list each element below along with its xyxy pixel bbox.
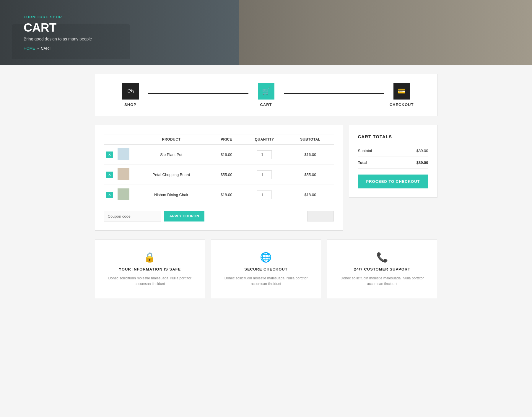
step-cart-label: CART [260, 102, 272, 107]
subtotal-label: Subtotal [358, 149, 372, 153]
feature-description: Donec sollicitudin molestie malesuada. N… [220, 276, 312, 287]
feature-title: 24/7 CUSTOMER SUPPORT [354, 267, 411, 271]
main-wrapper: 🛍 SHOP 🛒 CART 💳 CHECKOUT PRODUCT P [89, 65, 443, 308]
update-cart-button[interactable] [307, 211, 334, 221]
breadcrumb: HOME » CART [24, 46, 92, 51]
breadcrumb-home[interactable]: HOME [24, 46, 35, 51]
col-product: PRODUCT [132, 134, 211, 145]
col-quantity: QUANTITY [242, 134, 287, 145]
step-indicator: 🛍 SHOP 🛒 CART 💳 CHECKOUT [95, 74, 437, 116]
product-name: Sip Plant Pot [132, 145, 211, 165]
feature-title: YOUR INFORMATION IS SAFE [119, 267, 181, 271]
checkout-icon[interactable]: 💳 [393, 83, 410, 100]
hero-subtitle: Bring good design to as many people [24, 37, 92, 41]
features-row: 🔒 YOUR INFORMATION IS SAFE Donec sollici… [95, 240, 437, 299]
feature-description: Donec sollicitudin molestie malesuada. N… [336, 276, 428, 287]
step-line-1 [148, 93, 248, 94]
product-name: Petal Chopping Board [132, 165, 211, 185]
col-price: PRICE [211, 134, 242, 145]
total-value: $89.00 [417, 160, 428, 165]
hero-content: FURNITURE SHOP CART Bring good design to… [24, 15, 92, 51]
product-thumbnail [118, 168, 129, 180]
step-shop: 🛍 SHOP [113, 83, 148, 107]
step-shop-label: SHOP [124, 102, 136, 107]
quantity-input[interactable] [257, 170, 272, 179]
product-name: Nishan Dining Chair [132, 185, 211, 205]
product-subtotal: $16.00 [287, 145, 333, 165]
quantity-input[interactable] [257, 150, 272, 159]
feature-card: 🌐 SECURE CHECKOUT Donec sollicitudin mol… [211, 240, 321, 299]
feature-icon: 🌐 [260, 252, 272, 263]
cart-table-wrapper: PRODUCT PRICE QUANTITY SUBTOTAL ✕ Sip Pl… [95, 125, 343, 231]
table-row: ✕ Sip Plant Pot $16.00 $16.00 [104, 145, 334, 165]
table-row: ✕ Nishan Dining Chair $18.00 $18.00 [104, 185, 334, 205]
cart-totals: CART TOTALS Subtotal $89.00 Total $89.00… [349, 125, 437, 198]
feature-description: Donec sollicitudin molestie malesuada. N… [104, 276, 196, 287]
col-subtotal: SUBTOTAL [287, 134, 333, 145]
hero-shop-label: FURNITURE SHOP [24, 15, 92, 19]
step-checkout: 💳 CHECKOUT [384, 83, 419, 107]
cart-table: PRODUCT PRICE QUANTITY SUBTOTAL ✕ Sip Pl… [104, 134, 334, 205]
cart-icon[interactable]: 🛒 [258, 83, 274, 100]
product-thumbnail [118, 188, 129, 200]
product-subtotal: $55.00 [287, 165, 333, 185]
hero-section: FURNITURE SHOP CART Bring good design to… [0, 0, 532, 65]
cart-totals-title: CART TOTALS [358, 134, 428, 139]
total-row: Total $89.00 [358, 157, 428, 169]
feature-card: 🔒 YOUR INFORMATION IS SAFE Donec sollici… [95, 240, 205, 299]
product-subtotal: $18.00 [287, 185, 333, 205]
feature-icon: 📞 [376, 252, 388, 263]
col-remove [104, 134, 115, 145]
cart-row: PRODUCT PRICE QUANTITY SUBTOTAL ✕ Sip Pl… [95, 125, 437, 231]
feature-card: 📞 24/7 CUSTOMER SUPPORT Donec sollicitud… [327, 240, 437, 299]
feature-title: SECURE CHECKOUT [244, 267, 287, 271]
apply-coupon-button[interactable]: APPLY COUPON [164, 211, 205, 221]
hero-title: CART [24, 21, 92, 34]
total-label: Total [358, 160, 367, 165]
product-price: $16.00 [211, 145, 242, 165]
subtotal-row: Subtotal $89.00 [358, 145, 428, 157]
remove-item-button[interactable]: ✕ [106, 172, 113, 178]
product-price: $55.00 [211, 165, 242, 185]
subtotal-value: $89.00 [417, 149, 428, 153]
table-row: ✕ Petal Chopping Board $55.00 $55.00 [104, 165, 334, 185]
breadcrumb-current: CART [41, 46, 51, 51]
coupon-input[interactable] [104, 211, 161, 221]
product-thumbnail [118, 148, 129, 160]
remove-item-button[interactable]: ✕ [106, 152, 113, 158]
product-price: $18.00 [211, 185, 242, 205]
proceed-to-checkout-button[interactable]: PROCEED TO CHECKOUT [358, 175, 428, 188]
step-line-2 [284, 93, 384, 94]
col-image [115, 134, 132, 145]
feature-icon: 🔒 [144, 252, 156, 263]
step-checkout-label: CHECKOUT [390, 102, 414, 107]
coupon-row: APPLY COUPON [104, 211, 334, 221]
remove-item-button[interactable]: ✕ [106, 192, 113, 198]
step-cart: 🛒 CART [248, 83, 284, 107]
shop-icon[interactable]: 🛍 [122, 83, 139, 100]
breadcrumb-separator: » [37, 46, 39, 51]
quantity-input[interactable] [257, 190, 272, 199]
